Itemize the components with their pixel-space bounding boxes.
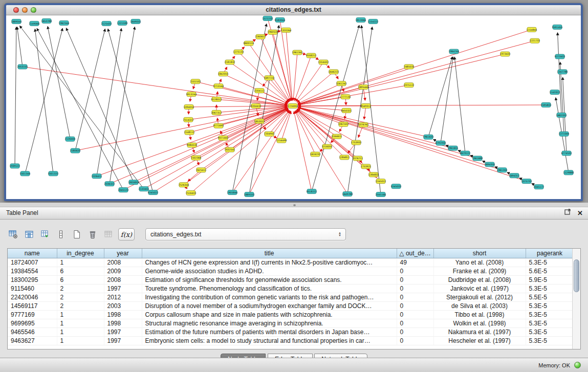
graph-node[interactable]: 1961633 [423, 135, 434, 139]
graph-node[interactable]: 1076762 [358, 122, 369, 127]
tab-node-table[interactable]: Node Table [221, 354, 266, 358]
graph-node[interactable]: 1889333 [244, 192, 255, 197]
graph-node[interactable]: 2149066 [29, 21, 40, 26]
graph-node[interactable]: 7514322 [183, 117, 194, 122]
minimize-window-button[interactable] [22, 7, 28, 13]
graph-node[interactable]: 9084533 [187, 143, 198, 147]
graph-node[interactable]: 1143322 [550, 90, 560, 95]
graph-node[interactable]: 1572233 [263, 16, 273, 20]
graph-node[interactable]: 1777134 [340, 95, 351, 99]
tab-edge-table[interactable]: Edge Table [268, 354, 313, 358]
panel-splitter[interactable] [0, 203, 588, 207]
add-column-icon[interactable] [39, 228, 51, 240]
table-row[interactable]: 969969511998Structural magnetic resonanc… [8, 319, 574, 328]
graph-node[interactable]: 9591455 [552, 25, 563, 29]
graph-node[interactable]: 1973433 [500, 52, 511, 56]
graph-node[interactable]: 2126444 [65, 137, 76, 141]
graph-node[interactable]: 1697724 [264, 76, 275, 80]
graph-node[interactable]: 1554432 [318, 60, 329, 64]
graph-node[interactable]: 3067312 [211, 110, 222, 115]
graph-node[interactable]: 1616233 [310, 152, 321, 157]
graph-node[interactable]: 3164611 [332, 134, 342, 139]
graph-node[interactable]: 6791933 [435, 141, 446, 145]
graph-node[interactable]: 1724004 [288, 104, 298, 108]
graph-node[interactable]: 9558212 [306, 53, 317, 58]
graph-node[interactable]: 1961688 [472, 156, 483, 161]
graph-node[interactable]: 1094055 [184, 105, 194, 110]
table-row[interactable]: 1830029562008Estimation of significance … [8, 276, 574, 285]
row-editor-icon[interactable] [55, 228, 67, 240]
graph-node[interactable]: 9245022 [148, 190, 159, 195]
graph-node[interactable]: 9913244 [186, 92, 197, 97]
graph-node[interactable]: 1284811 [339, 155, 350, 160]
graph-node[interactable]: 1842055 [218, 72, 229, 76]
graph-node[interactable]: 1895444 [358, 85, 369, 90]
graph-node[interactable]: 7625411 [196, 168, 207, 172]
column-header-in_degree[interactable]: in_degree [57, 249, 104, 258]
graph-node[interactable]: 9518222 [307, 189, 317, 194]
graph-node[interactable]: 1694311 [509, 173, 520, 178]
import-table-icon[interactable] [102, 228, 115, 240]
graph-node[interactable]: 1221733 [530, 38, 540, 43]
graph-node[interactable]: 2260612 [255, 34, 266, 39]
graph-node[interactable]: 1271044 [559, 132, 570, 136]
graph-node[interactable]: 1962544 [59, 20, 70, 25]
close-window-button[interactable] [13, 7, 19, 13]
close-panel-icon[interactable]: ✕ [577, 210, 583, 216]
table-selector-dropdown[interactable]: citations_edges.txt ▲▼ [145, 228, 346, 240]
column-header-short[interactable]: short [433, 249, 526, 258]
graph-node[interactable]: 1595833 [541, 103, 552, 107]
graph-node[interactable]: 2181832 [225, 60, 235, 64]
graph-node[interactable]: 2045177 [534, 185, 545, 189]
column-header-pagerank[interactable]: pagerank [526, 249, 574, 258]
graph-node[interactable]: 2053155 [17, 64, 28, 69]
graph-node[interactable]: 1960533 [268, 30, 278, 34]
graph-node[interactable]: 2101533 [190, 79, 201, 84]
delete-icon[interactable] [86, 228, 99, 240]
graph-node[interactable]: 9771693 [213, 123, 224, 128]
graph-node[interactable]: 8183044 [275, 17, 286, 22]
graph-node[interactable]: 1682333 [556, 113, 567, 117]
column-header-name[interactable]: name [8, 249, 57, 258]
table-row[interactable]: 2242004622012Investigating the contribut… [8, 293, 574, 302]
column-header-out_de[interactable]: △ out_de… [397, 249, 433, 258]
graph-node[interactable]: 7204943 [264, 132, 275, 136]
graph-node[interactable]: 1961343 [292, 50, 303, 55]
float-panel-icon[interactable] [564, 207, 571, 219]
network-view-window[interactable]: citations_edges.txt 17240047632541907144… [4, 3, 583, 201]
graph-node[interactable]: 8128012 [211, 97, 222, 102]
graph-node[interactable]: 1221599 [117, 20, 128, 25]
graph-node[interactable]: 1076711 [353, 156, 363, 161]
graph-node[interactable]: 1961244 [497, 168, 508, 172]
graph-node[interactable]: 1129888 [563, 170, 574, 175]
graph-node[interactable]: 1347788 [557, 70, 568, 74]
graph-node[interactable]: 1320264 [281, 28, 292, 32]
graph-node[interactable]: 8549311 [361, 104, 372, 108]
graph-node[interactable]: 9204432 [251, 104, 262, 108]
graph-node[interactable]: 2148111 [184, 130, 195, 135]
graph-node[interactable]: 1853022 [254, 119, 265, 123]
graph-node[interactable]: 2045166 [376, 192, 386, 197]
table-row[interactable]: 946554611997Estimation of the future num… [8, 328, 574, 337]
graph-node[interactable]: 9715544 [213, 84, 224, 89]
graph-node[interactable]: 2036322 [104, 182, 115, 186]
tab-network-table[interactable]: Network Table [314, 354, 367, 358]
graph-node[interactable]: 1154844 [527, 27, 537, 32]
vertical-scrollbar[interactable] [572, 249, 580, 349]
graph-node[interactable]: 1753921 [361, 164, 372, 169]
graph-node[interactable]: 1646222 [329, 70, 339, 74]
graph-node[interactable]: 2180633 [70, 148, 81, 153]
graph-node[interactable]: 1975122 [404, 83, 415, 87]
graph-node[interactable]: 1939122 [10, 164, 20, 168]
table-row[interactable]: 911546021997Tourette syndrome. Phenomeno… [8, 285, 574, 293]
new-file-icon[interactable] [71, 228, 83, 240]
zoom-window-button[interactable] [31, 7, 36, 13]
graph-node[interactable]: 3261243 [336, 81, 347, 86]
graph-node[interactable]: 8600124 [244, 41, 254, 46]
graph-node[interactable]: 2125433 [101, 21, 112, 26]
graph-node[interactable]: 1813066 [356, 17, 366, 22]
graph-node[interactable]: 1649055 [130, 19, 141, 24]
graph-node[interactable]: 7526344 [179, 183, 189, 187]
graph-node[interactable]: 2133455 [139, 187, 149, 191]
graph-node[interactable]: 1154222 [368, 19, 379, 24]
